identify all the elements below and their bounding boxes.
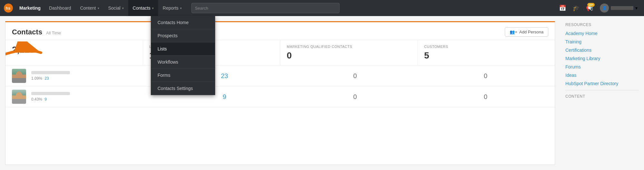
main-area: Contacts All Time 👥+ Add Persona 2,113 L…: [0, 16, 644, 170]
stat-mqc-value: 0: [287, 50, 411, 61]
row-customers-value: 0: [423, 93, 548, 101]
logo[interactable]: hs: [4, 4, 13, 13]
avatar: 👤: [600, 4, 609, 13]
row-customers-value: 0: [423, 72, 548, 80]
content-caret-icon: ▾: [98, 6, 99, 10]
contact-info: 1.09% 23: [31, 71, 157, 81]
avatar: [12, 69, 26, 83]
contacts-subtitle: All Time: [46, 31, 61, 35]
sidebar-link-training[interactable]: Training: [565, 39, 639, 44]
contact-percent: 0.43% 9: [31, 97, 157, 102]
contacts-title-group: Contacts All Time: [12, 28, 61, 36]
user-name-bar: [611, 6, 633, 10]
contact-link-count[interactable]: 9: [44, 97, 47, 102]
graduation-cap-icon: 🎓: [572, 4, 580, 12]
sidebar-resources-title: Resources: [565, 22, 639, 27]
stat-customers-label: Customers: [424, 45, 549, 49]
add-persona-icon: 👥+: [510, 30, 517, 34]
contact-info: 0.43% 9: [31, 92, 157, 102]
nav-item-contacts[interactable]: Contacts ▾: [128, 0, 158, 16]
nav-right-icons: 📅 🎓 📢 10+ 👤 ▾: [557, 0, 640, 16]
table-row: 1.09% 23 23 0 0: [5, 66, 555, 86]
contacts-header: Contacts All Time 👥+ Add Persona: [5, 22, 555, 40]
sidebar-link-certifications[interactable]: Certifications: [565, 48, 639, 53]
nav-item-social[interactable]: Social ▾: [104, 0, 128, 16]
contacts-caret-icon: ▾: [152, 6, 154, 10]
dropdown-item-contacts-home[interactable]: Contacts Home: [151, 16, 215, 29]
dropdown-item-workflows[interactable]: Workflows: [151, 56, 215, 69]
nav-item-reports[interactable]: Reports ▾: [158, 0, 186, 16]
stat-total: 2,113: [5, 40, 143, 65]
dropdown-item-lists[interactable]: Lists: [151, 42, 215, 56]
sidebar-divider: [565, 90, 639, 90]
contact-name-redacted: [31, 71, 70, 74]
user-menu[interactable]: 👤 ▾: [597, 0, 640, 16]
dropdown-item-forms[interactable]: Forms: [151, 69, 215, 82]
stats-row: 2,113 Leads 1, Marketing Qualified Conta…: [5, 40, 555, 66]
user-caret-icon: ▾: [635, 5, 638, 11]
contacts-title: Contacts: [12, 28, 42, 36]
dropdown-item-contacts-settings[interactable]: Contacts Settings: [151, 82, 215, 95]
calendar-icon-btn[interactable]: 📅: [557, 2, 568, 14]
sidebar-link-forums[interactable]: Forums: [565, 64, 639, 69]
stat-customers-value: 5: [424, 50, 549, 61]
search-input[interactable]: [191, 3, 340, 13]
sidebar-content-title: Content: [565, 94, 639, 99]
nav-item-dashboard[interactable]: Dashboard: [44, 0, 76, 16]
nav-item-marketing[interactable]: Marketing: [15, 0, 44, 16]
stat-mqc-label: Marketing Qualified Contacts: [287, 45, 411, 49]
svg-text:hs: hs: [6, 6, 11, 11]
stat-total-value: 2,113: [12, 45, 136, 55]
contacts-dropdown: Contacts Home Prospects Lists Workflows …: [151, 16, 215, 95]
contact-link-count[interactable]: 23: [44, 76, 49, 81]
right-sidebar: Resources Academy Home Training Certific…: [560, 16, 644, 170]
nav-item-content[interactable]: Content ▾: [76, 0, 104, 16]
user-icon: 👤: [602, 6, 607, 10]
row-mqc-value: 0: [293, 93, 418, 101]
sidebar-link-hubspot-partner-directory[interactable]: HubSpot Partner Directory: [565, 81, 639, 86]
sidebar-link-marketing-library[interactable]: Marketing Library: [565, 56, 639, 61]
contacts-panel: Contacts All Time 👥+ Add Persona 2,113 L…: [5, 21, 555, 165]
social-caret-icon: ▾: [122, 6, 124, 10]
row-mqc-value: 0: [293, 72, 418, 80]
contact-name-redacted: [31, 92, 70, 95]
contact-rows: 1.09% 23 23 0 0 0.43% 9 9: [5, 66, 555, 107]
dropdown-item-prospects[interactable]: Prospects: [151, 29, 215, 42]
stat-customers: Customers 5: [418, 40, 555, 65]
sidebar-link-academy-home[interactable]: Academy Home: [565, 31, 639, 36]
contact-percent: 1.09% 23: [31, 76, 157, 81]
sidebar-link-ideas[interactable]: Ideas: [565, 73, 639, 78]
table-row: 0.43% 9 9 0 0: [5, 86, 555, 107]
stat-mqc: Marketing Qualified Contacts 0: [280, 40, 418, 65]
academy-icon-btn[interactable]: 🎓: [570, 2, 582, 14]
avatar: [12, 90, 26, 104]
notification-badge: 10+: [587, 3, 595, 7]
reports-caret-icon: ▾: [180, 6, 182, 10]
add-persona-button[interactable]: 👥+ Add Persona: [505, 27, 548, 37]
top-navigation: hs Marketing Dashboard Content ▾ Social …: [0, 0, 644, 16]
notifications-icon-btn[interactable]: 📢 10+: [584, 2, 595, 14]
search-container: [191, 3, 552, 13]
calendar-icon: 📅: [559, 4, 566, 12]
